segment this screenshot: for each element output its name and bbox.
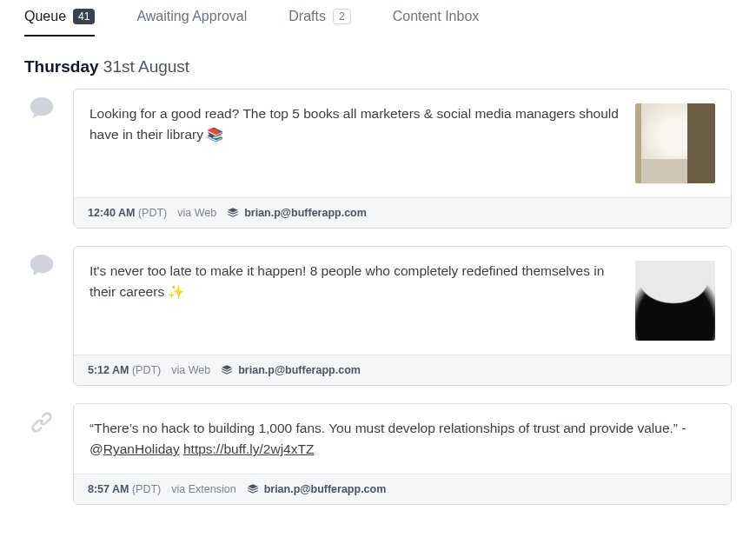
post-card[interactable]: Looking for a good read? The top 5 books… xyxy=(73,89,732,229)
buffer-icon xyxy=(247,483,259,495)
post-body: It's never too late to make it happen! 8… xyxy=(74,247,731,355)
post-footer: 8:57 AM (PDT) via Extension brian.p@buff… xyxy=(74,474,731,504)
post-text: “There’s no hack to building 1,000 fans.… xyxy=(90,418,715,460)
tab-queue[interactable]: Queue 41 xyxy=(24,9,95,36)
tab-content-inbox[interactable]: Content Inbox xyxy=(393,9,480,36)
post-user: brian.p@bufferapp.com xyxy=(221,364,361,376)
post-via: via Web xyxy=(171,364,210,376)
post-time: 5:12 AM (PDT) xyxy=(88,364,161,376)
post-card[interactable]: It's never too late to make it happen! 8… xyxy=(73,246,732,386)
post-row: Looking for a good read? The top 5 books… xyxy=(24,89,732,229)
link-icon xyxy=(24,403,59,436)
post-footer: 5:12 AM (PDT) via Web brian.p@bufferapp.… xyxy=(74,355,731,385)
tab-drafts[interactable]: Drafts 2 xyxy=(288,9,350,36)
post-via: via Extension xyxy=(171,483,235,495)
tab-drafts-count: 2 xyxy=(333,9,351,24)
post-body: “There’s no hack to building 1,000 fans.… xyxy=(74,404,731,474)
tab-inbox-label: Content Inbox xyxy=(393,9,480,24)
comment-icon xyxy=(24,89,59,122)
post-card[interactable]: “There’s no hack to building 1,000 fans.… xyxy=(73,403,732,505)
post-user: brian.p@bufferapp.com xyxy=(247,483,387,495)
url-link[interactable]: https://buff.ly/2wj4xTZ xyxy=(183,441,314,456)
date-rest: 31st August xyxy=(103,57,189,76)
date-heading: Thursday 31st August xyxy=(0,36,756,89)
post-time: 12:40 AM (PDT) xyxy=(88,207,167,219)
post-feed: Looking for a good read? The top 5 books… xyxy=(0,89,756,505)
post-text: Looking for a good read? The top 5 books… xyxy=(90,103,620,145)
post-footer: 12:40 AM (PDT) via Web brian.p@bufferapp… xyxy=(74,197,731,228)
post-thumbnail[interactable] xyxy=(635,261,715,341)
tab-queue-count: 41 xyxy=(73,9,95,24)
tabs-bar: Queue 41 Awaiting Approval Drafts 2 Cont… xyxy=(0,0,756,36)
buffer-icon xyxy=(227,207,239,219)
post-row: It's never too late to make it happen! 8… xyxy=(24,246,732,386)
buffer-icon xyxy=(221,364,233,376)
post-time: 8:57 AM (PDT) xyxy=(88,483,161,495)
post-user: brian.p@bufferapp.com xyxy=(227,207,367,219)
mention-link[interactable]: RyanHoliday xyxy=(103,441,180,456)
post-body: Looking for a good read? The top 5 books… xyxy=(74,90,731,197)
comment-icon xyxy=(24,246,59,279)
date-weekday: Thursday xyxy=(24,57,99,76)
post-thumbnail[interactable] xyxy=(635,103,715,183)
post-row: “There’s no hack to building 1,000 fans.… xyxy=(24,403,732,505)
post-text: It's never too late to make it happen! 8… xyxy=(90,261,620,302)
tab-awaiting-label: Awaiting Approval xyxy=(136,9,247,24)
tab-drafts-label: Drafts xyxy=(288,9,326,24)
tab-awaiting-approval[interactable]: Awaiting Approval xyxy=(136,9,247,36)
post-via: via Web xyxy=(177,207,216,219)
tab-queue-label: Queue xyxy=(24,9,66,24)
